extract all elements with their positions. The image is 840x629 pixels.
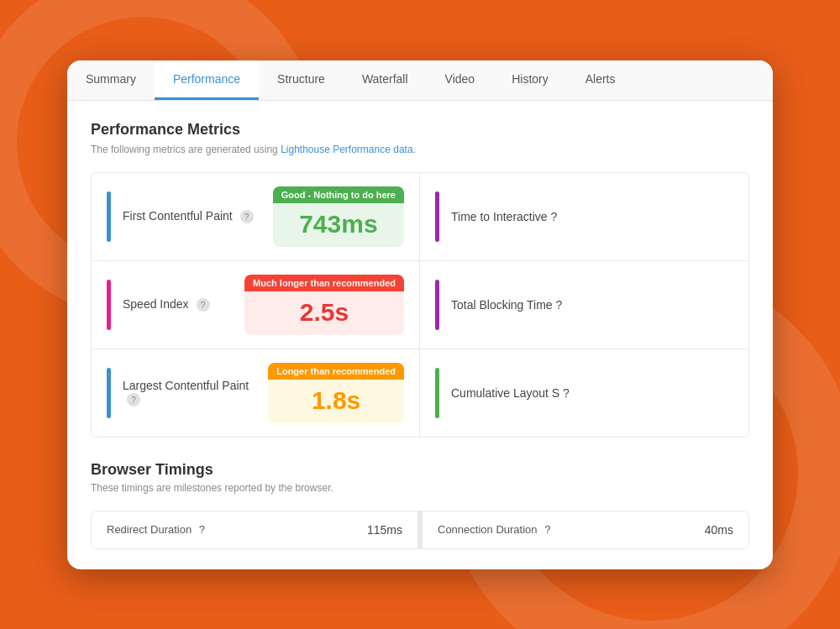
lcp-badge: Longer than recommended [268,363,404,380]
fcp-label: First Contentful Paint ? [123,209,273,223]
tab-history[interactable]: History [493,60,567,100]
tti-bar [435,191,439,242]
fcp-help-icon[interactable]: ? [240,210,254,223]
metric-fcp: First Contentful Paint ? Good - Nothing … [92,173,420,261]
main-card: Summary Performance Structure Waterfall … [67,60,773,569]
lcp-help-icon[interactable]: ? [127,393,140,406]
si-badge: Much longer than recommended [244,275,404,291]
performance-metrics-title: Performance Metrics [91,121,749,139]
metrics-grid: First Contentful Paint ? Good - Nothing … [91,172,749,438]
lcp-bar [107,368,111,418]
tab-structure[interactable]: Structure [259,60,344,100]
metric-tti: Time to Interactive ? [420,173,748,261]
browser-timings-section: Browser Timings These timings are milest… [91,461,749,549]
metric-cls: Cumulative Layout S ? [420,349,748,437]
fcp-badge: Good - Nothing to do here [273,186,404,203]
redirect-value: 115ms [367,523,402,537]
tab-summary[interactable]: Summary [67,60,155,100]
tab-performance[interactable]: Performance [155,60,259,100]
timing-connection: Connection Duration ? 40ms [423,511,748,548]
cls-label: Cumulative Layout S ? [451,386,570,400]
lcp-number: 1.8s [268,380,404,423]
connection-label: Connection Duration ? [438,523,705,536]
tbt-bar [435,280,439,330]
content-area: Performance Metrics The following metric… [67,101,773,569]
timings-grid: Redirect Duration ? 115ms Connection Dur… [91,511,749,549]
cls-help-icon[interactable]: ? [563,386,570,400]
timing-redirect: Redirect Duration ? 115ms [92,511,418,548]
si-value-box: Much longer than recommended 2.5s [244,275,404,335]
si-help-icon[interactable]: ? [197,298,210,312]
browser-timings-subtitle: These timings are milestones reported by… [91,482,749,494]
fcp-bar [107,191,111,242]
fcp-number: 743ms [273,203,404,247]
metric-lcp: Largest Contentful Paint ? Longer than r… [92,349,420,437]
lcp-value-box: Longer than recommended 1.8s [268,363,404,423]
tbt-label: Total Blocking Time ? [451,298,562,312]
si-label: Speed Index ? [123,297,244,312]
cls-bar [435,368,439,418]
fcp-value-box: Good - Nothing to do here 743ms [273,186,404,247]
tab-waterfall[interactable]: Waterfall [344,60,427,100]
performance-metrics-section: Performance Metrics The following metric… [91,121,749,438]
performance-metrics-subtitle: The following metrics are generated usin… [91,144,749,155]
metric-tbt: Total Blocking Time ? [420,261,748,349]
redirect-label: Redirect Duration ? [107,523,367,536]
lighthouse-link[interactable]: Lighthouse Performance data [281,144,412,155]
tbt-help-icon[interactable]: ? [556,298,563,312]
tab-video[interactable]: Video [427,60,494,100]
lcp-label: Largest Contentful Paint ? [123,379,268,406]
tti-help-icon[interactable]: ? [551,210,558,223]
connection-help-icon[interactable]: ? [544,523,550,536]
si-number: 2.5s [244,291,404,335]
redirect-help-icon[interactable]: ? [199,523,205,536]
metric-si: Speed Index ? Much longer than recommend… [92,261,420,349]
si-bar [107,280,111,330]
tab-bar: Summary Performance Structure Waterfall … [67,60,773,101]
tab-alerts[interactable]: Alerts [567,60,634,100]
connection-value: 40ms [705,523,733,537]
tti-label: Time to Interactive ? [451,210,557,223]
browser-timings-title: Browser Timings [91,461,749,479]
